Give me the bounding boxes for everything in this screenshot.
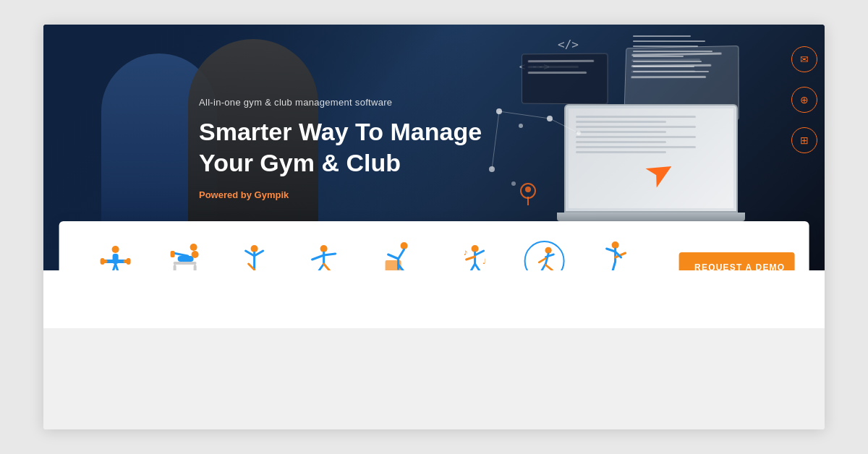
zumba-icon [305, 242, 343, 270]
svg-line-39 [317, 264, 324, 270]
request-demo-button[interactable]: REQUEST A DEMO [678, 252, 794, 270]
float-panel-dark [522, 53, 608, 105]
svg-line-51 [469, 264, 475, 270]
svg-text:♩: ♩ [482, 257, 485, 265]
yoga-icon [236, 242, 273, 270]
laptop-base [557, 213, 745, 221]
svg-line-44 [388, 254, 399, 259]
hero-title-line2: Your Gym & Club [199, 149, 401, 176]
panel-line [631, 76, 705, 78]
fitness-icon [166, 239, 204, 270]
activity-zumba[interactable]: ZUMBA [289, 242, 359, 270]
svg-line-43 [399, 249, 404, 259]
svg-rect-17 [101, 258, 105, 265]
screen-line [576, 126, 696, 128]
side-icons-panel: ✉ ⊕ ⊞ [791, 46, 817, 153]
orange-arrow-icon [644, 147, 687, 191]
svg-point-12 [112, 246, 119, 253]
svg-point-21 [190, 244, 197, 251]
hero-title-line1: Smarter Way To Manage [199, 118, 482, 145]
svg-rect-28 [171, 251, 175, 257]
tech-graphic [506, 32, 810, 249]
bottom-card: GYMS [59, 221, 809, 270]
svg-line-37 [312, 255, 324, 260]
hero-powered-by: Powered by Gympik [199, 189, 482, 200]
martial-icon [596, 239, 634, 270]
svg-point-55 [545, 247, 551, 254]
svg-line-64 [612, 262, 615, 270]
svg-rect-24 [194, 265, 197, 270]
hero-title: Smarter Way To Manage Your Gym & Club [199, 116, 482, 178]
svg-rect-18 [127, 258, 131, 265]
activity-yoga[interactable]: YOGA [220, 242, 289, 270]
aerobics-icon [528, 245, 560, 270]
search-icon-circle: ⊕ [791, 87, 817, 113]
activity-dance[interactable]: ♪ ♩ DANCE [438, 242, 508, 270]
svg-rect-22 [174, 262, 197, 265]
aerobics-ring [524, 241, 564, 270]
activity-cross[interactable]: CROSS FUNCTIONAL [359, 239, 439, 270]
brand-name: Gympik [255, 189, 289, 200]
screen-line [576, 116, 696, 118]
screen-line [576, 136, 696, 138]
svg-rect-25 [178, 256, 194, 262]
screen-line [576, 131, 666, 133]
activity-fitness[interactable]: FITNESS STUDIO [150, 239, 220, 270]
panel-lines-2 [522, 54, 608, 84]
panel-line [528, 72, 587, 74]
activity-martial[interactable]: MARTIAL ARTS [580, 239, 650, 270]
svg-line-60 [545, 265, 552, 270]
activity-gyms[interactable]: GYMS [81, 242, 150, 270]
hero-text-block: All-in-one gym & club management softwar… [199, 97, 482, 200]
screen-line [576, 121, 666, 123]
svg-line-65 [606, 249, 615, 252]
hero-section: </> < --> [43, 25, 825, 270]
svg-line-52 [475, 264, 480, 270]
activities-row: GYMS [81, 239, 650, 270]
activity-aerobics[interactable]: AEROBICS [508, 241, 580, 270]
panel-line [528, 66, 579, 68]
svg-text:♪: ♪ [463, 247, 467, 257]
panel-line [631, 70, 696, 73]
svg-line-20 [116, 264, 119, 270]
svg-line-58 [539, 258, 545, 262]
powered-prefix: Powered by [199, 189, 255, 200]
page-wrapper: </> < --> [0, 0, 868, 454]
cross-icon [380, 239, 417, 270]
grid-icon-circle: ⊞ [791, 127, 817, 153]
email-icon-circle: ✉ [791, 46, 817, 72]
bottom-space [43, 328, 825, 429]
main-container: </> < --> [43, 25, 825, 429]
svg-line-57 [545, 254, 553, 257]
screen-line [576, 141, 666, 143]
svg-line-38 [324, 254, 336, 255]
hero-subtitle: All-in-one gym & club management softwar… [199, 97, 482, 108]
svg-line-27 [174, 253, 188, 256]
gyms-icon [97, 242, 135, 270]
panel-lines [626, 46, 739, 87]
panel-line [631, 59, 701, 61]
svg-point-26 [192, 251, 199, 258]
svg-line-40 [324, 264, 333, 270]
panel-line [631, 64, 711, 67]
panel-line [528, 60, 594, 62]
svg-rect-23 [174, 265, 176, 270]
panel-line [631, 52, 721, 56]
dance-icon: ♪ ♩ [454, 242, 492, 270]
